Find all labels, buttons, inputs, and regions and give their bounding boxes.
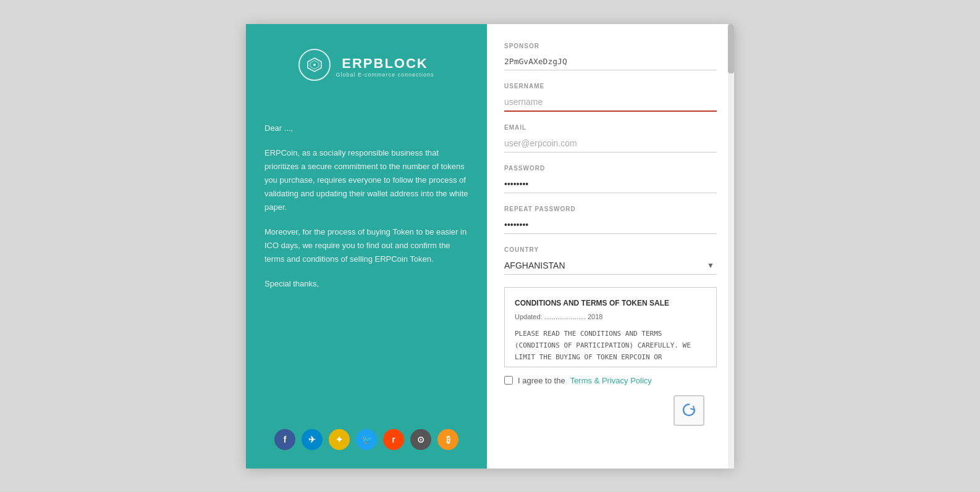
country-select-wrapper: AFGHANISTAN ALBANIA ALGERIA ▼ — [504, 257, 717, 275]
logo-name: ERPBLOCK — [342, 56, 428, 72]
facebook-icon[interactable]: f — [274, 429, 295, 450]
logo-sub: Global E-commerce connections — [336, 72, 434, 78]
left-panel: ERPBLOCK Global E-commerce connections D… — [246, 24, 487, 469]
bitcoin-icon[interactable]: ₿ — [437, 429, 458, 450]
password-group: PASSWORD — [504, 165, 717, 193]
paragraph1: ERPCoin, as a socially responsible busin… — [264, 146, 468, 214]
thanks: Special thanks, — [264, 277, 468, 291]
greeting: Dear ..., — [264, 122, 468, 135]
password-input[interactable] — [504, 175, 717, 193]
scrollbar-thumb[interactable] — [728, 24, 734, 73]
agree-checkbox[interactable] — [504, 376, 513, 385]
svg-point-2 — [313, 64, 316, 66]
sponsor-field[interactable] — [504, 53, 717, 70]
repeat-password-group: REPEAT PASSWORD — [504, 206, 717, 234]
repeat-password-label: REPEAT PASSWORD — [504, 206, 717, 212]
password-label: PASSWORD — [504, 165, 717, 172]
content-area: Dear ..., ERPCoin, as a socially respons… — [264, 122, 468, 411]
twitter-icon[interactable]: 🐦 — [356, 429, 377, 450]
username-input[interactable] — [504, 93, 717, 112]
sponsor-label: SPONSOR — [504, 43, 717, 49]
terms-box: CONDITIONS AND TERMS OF TOKEN SALE Updat… — [504, 287, 717, 367]
right-panel: SPONSOR USERNAME EMAIL PASSWORD REPEAT P… — [487, 24, 734, 469]
username-group: USERNAME — [504, 83, 717, 112]
logo-text: ERPBLOCK Global E-commerce connections — [336, 56, 434, 78]
paragraph2: Moreover, for the process of buying Toke… — [264, 225, 468, 266]
terms-updated: Updated: ...................... 2018 — [515, 312, 706, 323]
social-icons: f ✈ ✦ 🐦 r ⊙ ₿ — [274, 429, 458, 450]
username-label: USERNAME — [504, 83, 717, 90]
terms-privacy-link[interactable]: Terms & Privacy Policy — [570, 376, 652, 385]
telegram-icon[interactable]: ✈ — [302, 429, 323, 450]
recaptcha-box[interactable] — [674, 395, 704, 426]
logo-area: ERPBLOCK Global E-commerce connections — [298, 49, 434, 85]
github-icon[interactable]: ⊙ — [410, 429, 431, 450]
logo-icon — [298, 49, 331, 81]
scrollbar-track[interactable] — [728, 24, 734, 469]
country-group: COUNTRY AFGHANISTAN ALBANIA ALGERIA ▼ — [504, 246, 717, 275]
multi-icon[interactable]: ✦ — [329, 429, 350, 450]
country-label: COUNTRY — [504, 246, 717, 253]
sponsor-group: SPONSOR — [504, 43, 717, 70]
repeat-password-input[interactable] — [504, 216, 717, 234]
agree-row: I agree to the Terms & Privacy Policy — [504, 376, 717, 385]
terms-body: PLEASE READ THE CONDITIONS AND TERMS (CO… — [515, 328, 706, 363]
agree-text: I agree to the — [518, 376, 565, 385]
email-label: EMAIL — [504, 124, 717, 131]
recaptcha-row — [504, 395, 717, 426]
country-select[interactable]: AFGHANISTAN ALBANIA ALGERIA — [504, 257, 717, 275]
reddit-icon[interactable]: r — [383, 429, 404, 450]
email-input[interactable] — [504, 135, 717, 152]
terms-title: CONDITIONS AND TERMS OF TOKEN SALE — [515, 298, 706, 309]
email-group: EMAIL — [504, 124, 717, 152]
